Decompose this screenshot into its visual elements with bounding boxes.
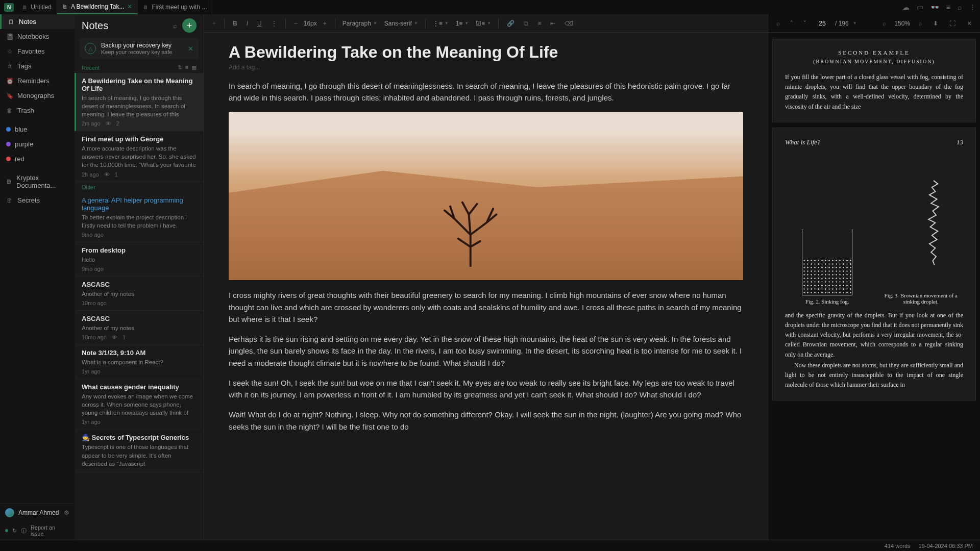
book-icon[interactable]: ▭ bbox=[917, 3, 923, 11]
backup-title: Backup your recovery key bbox=[101, 42, 172, 49]
word-count[interactable]: 414 words bbox=[885, 543, 911, 549]
close-icon[interactable]: ✕ bbox=[188, 45, 193, 53]
sidebar-item-monographs[interactable]: 🔖Monographs bbox=[0, 88, 75, 103]
ul-button[interactable]: ⋮≡▼ bbox=[431, 20, 451, 27]
pdf-page-input[interactable] bbox=[814, 20, 831, 27]
tab-untitled[interactable]: 🗎 Untitled bbox=[17, 0, 57, 14]
add-note-button[interactable]: + bbox=[182, 18, 197, 33]
sidebar-item-kryptox[interactable]: 🗎Kryptox Documenta... bbox=[0, 170, 75, 193]
backup-banner[interactable]: △ Backup your recovery key Keep your rec… bbox=[80, 38, 199, 59]
close-icon[interactable]: ✕ bbox=[964, 18, 975, 29]
sidebar-item-trash[interactable]: 🗑Trash bbox=[0, 103, 75, 118]
link-button[interactable]: 🔗 bbox=[504, 18, 518, 29]
pdf-prev-button[interactable]: ˄ bbox=[787, 18, 796, 29]
editor-body[interactable]: A Bewildering Take on the Meaning Of Lif… bbox=[204, 33, 768, 540]
block-select[interactable]: Paragraph▼ bbox=[340, 20, 379, 27]
app-logo[interactable]: N bbox=[4, 3, 14, 12]
ol-button[interactable]: 1≡▼ bbox=[454, 20, 471, 27]
note-title: 🧙 Secrets of Typescript Generics bbox=[82, 434, 197, 441]
note-title: ASCASC bbox=[82, 281, 197, 288]
align-button[interactable]: ≡ bbox=[534, 18, 544, 29]
grid-view-icon[interactable]: ▦ bbox=[191, 64, 197, 71]
info-icon: ⓘ bbox=[21, 527, 27, 535]
note-card[interactable]: ASCASC Another of my notes 10mo ago bbox=[75, 277, 204, 311]
bold-button[interactable]: B bbox=[230, 18, 240, 29]
note-card[interactable]: First meet up with George A more accurat… bbox=[75, 131, 204, 182]
user-name: Ammar Ahmed bbox=[18, 509, 59, 516]
cloud-upload-icon[interactable]: ☁ bbox=[902, 3, 910, 11]
list-icon[interactable]: ≡ bbox=[946, 3, 950, 11]
tab-bewildering[interactable]: 🗎 A Bewildering Tak... ✕ bbox=[57, 0, 138, 14]
insert-button[interactable]: + bbox=[209, 18, 219, 29]
note-preview: What is a component in React? bbox=[82, 358, 197, 366]
sidebar-item-secrets[interactable]: 🗎Secrets bbox=[0, 193, 75, 208]
checklist-button[interactable]: ☑≡▼ bbox=[474, 20, 493, 27]
note-card[interactable]: 🧙 Secrets of Typescript Generics Typescr… bbox=[75, 430, 204, 472]
note-time: 2h ago bbox=[82, 171, 99, 178]
note-list-title: Notes bbox=[82, 20, 108, 32]
section-older: Older bbox=[75, 182, 204, 192]
note-preview: In search of meaning, I go through this … bbox=[82, 94, 197, 118]
note-heading[interactable]: A Bewildering Take on the Meaning Of Lif… bbox=[229, 43, 743, 62]
note-card[interactable]: What causes gender inequality Any word e… bbox=[75, 379, 204, 430]
note-paragraph[interactable]: Perhaps it is the sun rising and setting… bbox=[229, 333, 743, 369]
sidebar-item-label: Notebooks bbox=[17, 33, 49, 40]
fullscreen-icon[interactable]: ⛶ bbox=[946, 18, 959, 29]
note-card[interactable]: A Bewildering Take on the Meaning Of Lif… bbox=[75, 73, 204, 131]
glasses-icon[interactable]: 👓 bbox=[930, 3, 939, 11]
sidebar-color-blue[interactable]: blue bbox=[0, 122, 75, 137]
sidebar-item-notes[interactable]: 🗒Notes bbox=[0, 14, 75, 29]
sidebar-item-label: Favorites bbox=[17, 47, 44, 55]
sidebar-color-red[interactable]: red bbox=[0, 152, 75, 166]
note-card[interactable]: From desktop Hello 9mo ago bbox=[75, 242, 204, 277]
color-dot-icon bbox=[6, 127, 11, 132]
underline-button[interactable]: U bbox=[254, 18, 265, 29]
search-icon[interactable]: ⌕ bbox=[173, 22, 177, 30]
editor-toolbar: + B I U ⋮ − 16px + Paragraph▼ Sans-serif… bbox=[204, 14, 768, 33]
pdf-next-button[interactable]: ˅ bbox=[800, 18, 810, 29]
sidebar-color-purple[interactable]: purple bbox=[0, 137, 75, 152]
close-icon[interactable]: ✕ bbox=[127, 3, 132, 10]
pdf-search-icon[interactable]: ⌕ bbox=[773, 18, 783, 29]
zoom-out-icon[interactable]: ⌕ bbox=[879, 18, 889, 29]
tag-input[interactable]: Add a tag... bbox=[229, 64, 743, 71]
image-button[interactable]: ⧉ bbox=[521, 18, 531, 29]
chevron-down-icon[interactable]: ▼ bbox=[853, 21, 857, 26]
user-row[interactable]: Ammar Ahmed ⚙ bbox=[0, 504, 75, 521]
tab-firstmeet[interactable]: 🗎 First meet up with ... bbox=[138, 0, 212, 14]
gear-icon[interactable]: ⚙ bbox=[64, 509, 69, 516]
zoom-in-icon[interactable]: ⌕ bbox=[915, 18, 925, 29]
font-increase-button[interactable]: + bbox=[320, 18, 330, 29]
font-select[interactable]: Sans-serif▼ bbox=[382, 20, 420, 27]
note-paragraph[interactable]: I seek the sun! Oh, I seek the sun! but … bbox=[229, 377, 743, 401]
note-card[interactable]: A general API helper programming languag… bbox=[75, 192, 204, 242]
note-card[interactable]: Note 3/1/23, 9:10 AM What is a component… bbox=[75, 345, 204, 379]
note-image[interactable] bbox=[229, 112, 743, 280]
list-view-icon[interactable]: ≡ bbox=[185, 64, 188, 71]
sidebar-item-notebooks[interactable]: 📓Notebooks bbox=[0, 29, 75, 44]
sidebar-item-tags[interactable]: #Tags bbox=[0, 59, 75, 73]
outdent-button[interactable]: ⇤ bbox=[547, 18, 558, 29]
italic-button[interactable]: I bbox=[243, 18, 251, 29]
note-paragraph[interactable]: I cross mighty rivers of great thoughts … bbox=[229, 289, 743, 325]
font-decrease-button[interactable]: − bbox=[291, 18, 301, 29]
more-format-button[interactable]: ⋮ bbox=[268, 18, 280, 29]
download-icon[interactable]: ⬇ bbox=[930, 18, 941, 29]
pdf-viewer[interactable]: SECOND EXAMPLE (BROWNIAN MOVEMENT, DIFFU… bbox=[768, 33, 980, 540]
note-title: What causes gender inequality bbox=[82, 383, 197, 391]
notes-icon: 🗒 bbox=[8, 18, 15, 26]
chevron-down-icon: ▼ bbox=[373, 21, 377, 26]
more-icon[interactable]: ⋮ bbox=[969, 3, 976, 11]
note-paragraph[interactable]: In search of meaning, I go through this … bbox=[229, 80, 743, 104]
search-icon[interactable]: ⌕ bbox=[958, 3, 962, 11]
pdf-page-total: / 196 bbox=[835, 20, 849, 27]
note-time: 2m ago bbox=[82, 120, 101, 127]
status-row[interactable]: ↻ ⓘ Report an issue bbox=[0, 521, 75, 540]
sort-icon[interactable]: ⇅ bbox=[178, 64, 182, 71]
clear-format-button[interactable]: ⌫ bbox=[561, 18, 576, 29]
note-paragraph[interactable]: Wait! What do I do at night? Nothing. I … bbox=[229, 409, 743, 433]
pdf-panel: ⌕ ˄ ˅ / 196 ▼ ⌕ 150% ⌕ ⬇ ⛶ ✕ SECOND EXAM… bbox=[768, 14, 980, 540]
sidebar-item-favorites[interactable]: ☆Favorites bbox=[0, 44, 75, 59]
sidebar-item-reminders[interactable]: ⏰Reminders bbox=[0, 73, 75, 88]
note-card[interactable]: ASCASC Another of my notes 10mo ago👁1 bbox=[75, 311, 204, 345]
